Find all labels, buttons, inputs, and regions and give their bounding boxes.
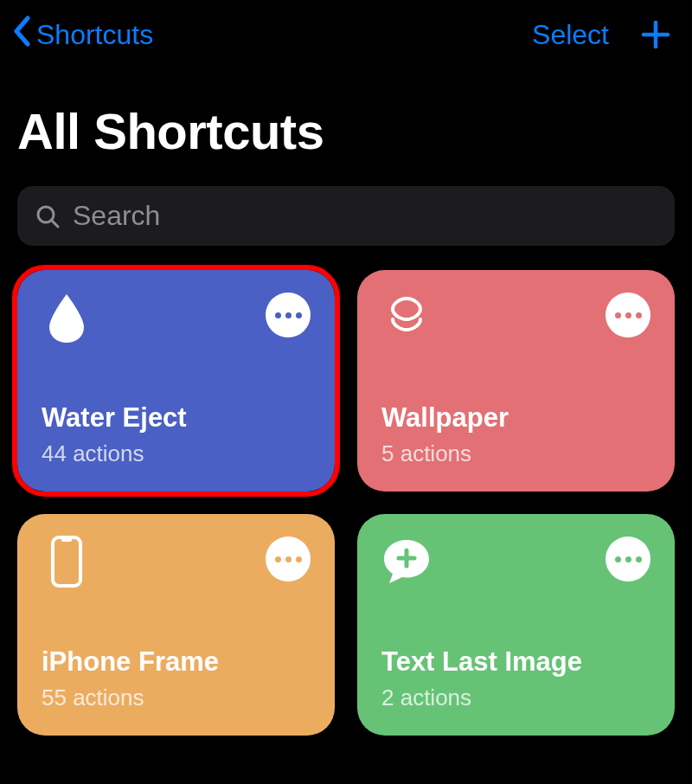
tile-subtitle: 2 actions bbox=[381, 684, 650, 711]
search-icon bbox=[35, 203, 61, 229]
search-placeholder: Search bbox=[73, 200, 160, 232]
search-input[interactable]: Search bbox=[17, 186, 675, 246]
tile-subtitle: 5 actions bbox=[381, 440, 650, 467]
page-title: All Shortcuts bbox=[0, 64, 692, 177]
tile-title: Text Last Image bbox=[381, 646, 650, 678]
svg-rect-2 bbox=[61, 537, 72, 542]
svg-rect-1 bbox=[53, 537, 80, 586]
shortcut-tile[interactable]: Text Last Image 2 actions bbox=[357, 514, 675, 736]
add-button[interactable] bbox=[640, 19, 671, 50]
nav-bar: Shortcuts Select bbox=[0, 0, 692, 64]
more-button[interactable] bbox=[606, 292, 650, 337]
layers-icon bbox=[381, 292, 432, 343]
select-button[interactable]: Select bbox=[532, 19, 609, 51]
shortcut-tile[interactable]: iPhone Frame 55 actions bbox=[17, 514, 335, 736]
tile-title: iPhone Frame bbox=[42, 646, 311, 678]
tile-subtitle: 44 actions bbox=[42, 440, 311, 467]
shortcut-tile[interactable]: Wallpaper 5 actions bbox=[357, 270, 675, 492]
shortcut-tile[interactable]: Water Eject 44 actions bbox=[17, 270, 335, 492]
back-label: Shortcuts bbox=[36, 19, 153, 51]
more-button[interactable] bbox=[266, 292, 311, 337]
phone-icon bbox=[42, 537, 92, 587]
water-drop-icon bbox=[42, 292, 92, 343]
more-button[interactable] bbox=[606, 537, 650, 582]
more-button[interactable] bbox=[266, 537, 311, 582]
back-button[interactable]: Shortcuts bbox=[12, 16, 153, 54]
speech-plus-icon bbox=[381, 537, 432, 587]
tile-subtitle: 55 actions bbox=[42, 684, 311, 711]
chevron-back-icon bbox=[12, 16, 31, 54]
nav-right: Select bbox=[532, 19, 671, 51]
tile-title: Wallpaper bbox=[381, 402, 650, 434]
tile-title: Water Eject bbox=[42, 402, 311, 434]
shortcuts-grid: Water Eject 44 actions Wallpaper 5 actio… bbox=[0, 270, 692, 736]
